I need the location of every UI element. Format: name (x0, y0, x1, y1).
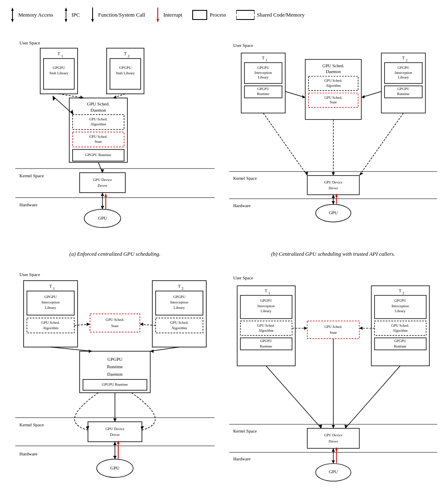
svg-line-163 (150, 347, 179, 351)
svg-text:2: 2 (406, 58, 407, 62)
svg-text:T: T (58, 51, 60, 56)
legend-interrupt-label: Interrupt (163, 12, 182, 18)
svg-marker-224 (331, 448, 335, 452)
svg-rect-98 (307, 176, 359, 195)
svg-text:Runtime: Runtime (107, 364, 123, 369)
svg-marker-1 (11, 7, 14, 11)
svg-text:Library: Library (260, 309, 272, 313)
diagram-a-caption: (a) Enforced centralized GPU scheduling. (69, 251, 160, 257)
svg-marker-60 (105, 193, 107, 197)
legend-function-call-label: Function/System Call (98, 12, 145, 18)
svg-text:GPGPU: GPGPU (397, 66, 409, 70)
svg-rect-45 (80, 173, 125, 193)
legend-interrupt: Interrupt (155, 7, 182, 22)
svg-marker-108 (305, 172, 308, 176)
svg-rect-10 (193, 10, 207, 20)
svg-text:Hardware: Hardware (233, 203, 250, 208)
svg-text:Runtime: Runtime (259, 344, 272, 348)
svg-line-50 (59, 94, 84, 98)
svg-text:Kernel Space: Kernel Space (233, 429, 257, 433)
svg-text:GPU: GPU (329, 470, 338, 474)
svg-text:Algorithm: Algorithm (258, 328, 273, 333)
svg-text:T: T (264, 289, 267, 293)
svg-marker-160 (140, 323, 143, 326)
svg-text:1: 1 (53, 286, 55, 291)
svg-text:GPU Sched.: GPU Sched. (257, 323, 275, 328)
svg-text:Interception: Interception (394, 71, 412, 75)
svg-rect-152 (88, 422, 142, 442)
svg-text:GPGPU: GPGPU (53, 66, 65, 70)
svg-marker-63 (53, 96, 56, 101)
svg-marker-9 (157, 19, 159, 22)
svg-text:Library: Library (257, 75, 269, 79)
svg-rect-208 (307, 428, 359, 448)
svg-text:Hardware: Hardware (233, 457, 250, 461)
svg-text:User Space: User Space (20, 272, 40, 277)
legend-shared: Shared Code/Memory (236, 10, 305, 20)
svg-marker-55 (101, 169, 104, 173)
svg-text:Interception: Interception (170, 300, 189, 304)
svg-text:Driver: Driver (328, 186, 338, 190)
svg-text:GPGPU: GPGPU (260, 298, 272, 303)
svg-text:GPGPU: GPGPU (394, 339, 406, 343)
svg-marker-168 (113, 418, 117, 422)
svg-text:GPU Sched.: GPU Sched. (89, 135, 108, 139)
svg-text:GPGPU: GPGPU (257, 66, 269, 70)
svg-text:Driver: Driver (328, 439, 338, 443)
svg-rect-143 (90, 314, 140, 332)
svg-text:Library: Library (45, 306, 56, 310)
svg-text:2: 2 (402, 291, 404, 295)
svg-text:Kernel Space: Kernel Space (20, 173, 44, 178)
legend-function-call: Function/System Call (90, 7, 145, 22)
svg-marker-4 (65, 7, 67, 11)
svg-line-161 (51, 347, 92, 351)
svg-text:State: State (111, 324, 119, 328)
svg-text:GPU Device: GPU Device (105, 427, 125, 431)
svg-text:1: 1 (268, 291, 270, 295)
svg-text:Algorithm: Algorithm (91, 122, 106, 126)
diagram-b-caption: (b) Centralized GPU scheduling with trus… (271, 251, 395, 257)
svg-text:GPU: GPU (329, 210, 338, 215)
svg-text:T: T (124, 51, 127, 56)
svg-text:GPU Sched.: GPU Sched. (391, 323, 409, 328)
svg-text:GPGPU: GPGPU (394, 298, 406, 303)
svg-text:Daemon: Daemon (326, 69, 341, 74)
svg-marker-225 (331, 460, 335, 464)
svg-marker-106 (361, 95, 365, 98)
svg-text:GPU Sched.: GPU Sched. (324, 78, 342, 83)
svg-text:Stub Library: Stub Library (116, 71, 135, 75)
svg-marker-222 (331, 425, 335, 428)
svg-text:GPGPU: GPGPU (108, 357, 122, 362)
svg-text:GPU Sched.: GPU Sched. (322, 64, 344, 68)
svg-marker-170 (113, 442, 117, 445)
svg-marker-7 (91, 19, 94, 22)
svg-text:Algorithm: Algorithm (171, 326, 187, 330)
svg-text:T: T (399, 289, 401, 293)
svg-text:User Space: User Space (20, 40, 40, 45)
svg-text:Interception: Interception (257, 304, 274, 308)
svg-text:Algorithm: Algorithm (392, 328, 407, 333)
svg-marker-58 (101, 206, 104, 209)
svg-marker-5 (65, 19, 67, 22)
legend-memory-access-label: Memory Access (18, 12, 53, 18)
svg-marker-216 (359, 327, 362, 330)
svg-text:T: T (262, 56, 264, 60)
legend-process-label: Process (210, 12, 226, 18)
svg-text:GPU Sched.: GPU Sched. (89, 117, 108, 121)
svg-text:1: 1 (265, 58, 267, 62)
svg-text:Kernel Space: Kernel Space (20, 422, 44, 427)
svg-text:T: T (178, 284, 181, 289)
legend-shared-label: Shared Code/Memory (257, 12, 305, 18)
svg-text:GPGPU: GPGPU (119, 66, 132, 70)
svg-marker-57 (101, 193, 104, 196)
svg-text:GPGPU Runtime: GPGPU Runtime (85, 153, 111, 157)
svg-text:T: T (49, 284, 52, 289)
svg-text:Algorithm: Algorithm (43, 326, 59, 330)
svg-text:T: T (402, 56, 404, 60)
svg-text:GPU Sched.: GPU Sched. (324, 95, 342, 100)
svg-text:GPU Sched.: GPU Sched. (324, 325, 342, 329)
svg-text:Interception: Interception (255, 71, 272, 75)
svg-text:GPU Sched.: GPU Sched. (87, 101, 110, 106)
svg-text:Kernel Space: Kernel Space (233, 176, 257, 181)
svg-text:Runtime: Runtime (257, 92, 269, 96)
